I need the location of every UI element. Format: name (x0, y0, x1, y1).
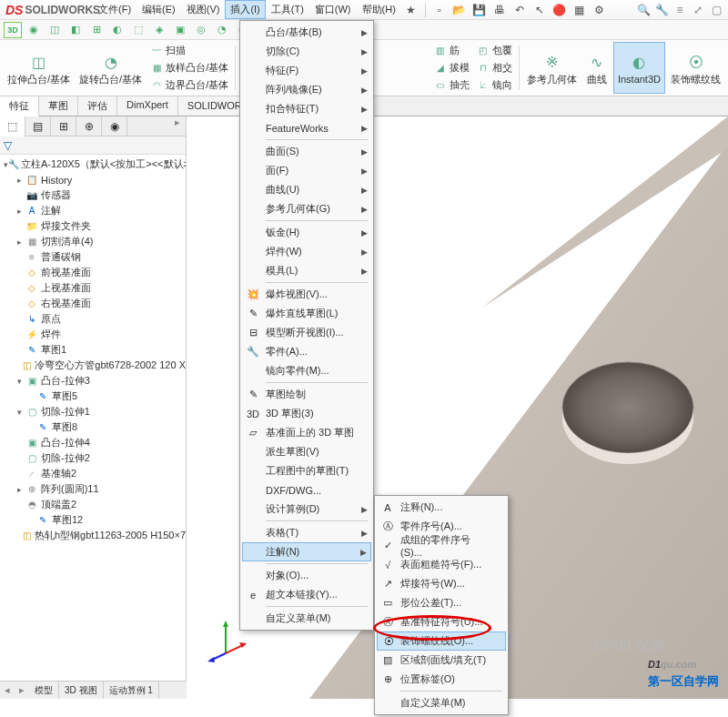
mirror-button[interactable]: ⟀镜向 (474, 77, 515, 93)
shell-button[interactable]: ▭抽壳 (431, 77, 472, 93)
menu-item[interactable]: ↗焊接符号(W)... (377, 574, 506, 593)
menu-help[interactable]: 帮助(H) (357, 0, 401, 19)
menu-item[interactable]: 设计算例(D)▶ (242, 500, 371, 519)
draft-button[interactable]: ◢拔模 (431, 60, 472, 76)
loft-button[interactable]: ▦放样凸台/基体 (147, 60, 231, 76)
open-icon[interactable]: 📂 (452, 3, 467, 17)
menu-item[interactable]: 切除(C)▶ (242, 42, 371, 61)
wrench-icon[interactable]: 🔧 (653, 2, 670, 18)
menu-item[interactable]: 面(F)▶ (242, 161, 371, 180)
tree-item[interactable]: ▸A注解 (0, 203, 186, 218)
tree-toggle-icon[interactable]: ▸ (15, 207, 25, 216)
tree-item[interactable]: ✎草图8 (0, 419, 186, 435)
print-icon[interactable]: 🖶 (492, 3, 507, 17)
menu-item[interactable]: 🔧零件(A)... (242, 342, 371, 361)
tree-item[interactable]: ↳原点 (0, 311, 186, 327)
menu-item[interactable]: ✎草图绘制 (242, 385, 371, 404)
menu-tools[interactable]: 工具(T) (266, 0, 309, 19)
menu-item[interactable]: 曲线(U)▶ (242, 180, 371, 199)
tree-toggle-icon[interactable]: ▾ (15, 377, 25, 386)
tree-item[interactable]: ✎草图1 (0, 342, 186, 358)
revolve-boss-button[interactable]: ◔旋转凸台/基体 (76, 42, 146, 94)
menu-item[interactable]: 对象(O)... (242, 566, 371, 585)
tree-item[interactable]: ✎草图12 (0, 512, 186, 528)
tree-item[interactable]: ▾▢切除-拉伸1 (0, 404, 186, 419)
btab-model[interactable]: 模型 (29, 682, 59, 699)
box-icon[interactable]: ▢ (708, 2, 724, 18)
btab-motion[interactable]: 运动算例 1 (104, 682, 159, 699)
tree-item[interactable]: ✎草图5 (0, 389, 186, 404)
rib-button[interactable]: ▥筋 (431, 43, 472, 58)
menu-item[interactable]: 表格(T)▶ (242, 523, 371, 542)
side-tab-prop[interactable]: ▤ (25, 116, 51, 136)
menu-item[interactable]: 曲面(S)▶ (242, 142, 371, 161)
search-icon[interactable]: 🔍 (635, 2, 652, 18)
menu-item[interactable]: 自定义菜单(M) (242, 609, 371, 628)
filter-icon[interactable]: ▽ (4, 139, 12, 152)
menu-item[interactable]: 阵列/镜像(E)▶ (242, 80, 371, 99)
expand-icon[interactable]: ⤢ (690, 2, 706, 18)
menu-item[interactable]: ▭形位公差(T)... (377, 593, 506, 612)
rebuild-icon[interactable]: 🔴 (552, 3, 567, 17)
btab-next-icon[interactable]: ▸ (15, 682, 29, 699)
menu-item[interactable]: e超文本链接(Y)... (242, 585, 371, 604)
menu-item[interactable]: 特征(F)▶ (242, 61, 371, 80)
menu-item[interactable]: A注释(N)... (377, 498, 506, 517)
menu-view[interactable]: 视图(V) (181, 0, 226, 19)
menu-item[interactable]: ⊟模型断开视图(I)... (242, 323, 371, 342)
tool-icon[interactable]: ◉ (25, 22, 43, 38)
menu-edit[interactable]: 编辑(E) (136, 0, 181, 19)
tree-item[interactable]: ▸⊕阵列(圆周)11 (0, 481, 186, 497)
side-collapse-icon[interactable]: ▸ (169, 116, 186, 136)
tree-item[interactable]: ⚡焊件 (0, 327, 186, 342)
tree-root[interactable]: ▾ 🔧 立柱A-120X5（默认<按加工><<默认> (0, 157, 186, 172)
menu-item[interactable]: 参考几何体(G)▶ (242, 199, 371, 218)
tool-icon[interactable]: ◫ (46, 22, 64, 38)
tree-item[interactable]: ◫热轧h型钢gbt11263-2005 H150×7 (0, 528, 186, 543)
menu-item[interactable]: FeatureWorks▶ (242, 118, 371, 137)
tree-item[interactable]: ⟋基准轴2 (0, 466, 186, 481)
ref-geom-button[interactable]: ※参考几何体 (523, 42, 581, 94)
menu-window[interactable]: 窗口(W) (309, 0, 357, 19)
settings-icon[interactable]: ⚙ (592, 3, 607, 17)
tree-item[interactable]: ◇右视基准面 (0, 296, 186, 311)
tree-item[interactable]: 📁焊接文件夹 (0, 218, 186, 234)
tool-icon[interactable]: ◧ (66, 22, 85, 38)
wrap-button[interactable]: ◰包覆 (474, 43, 515, 58)
tree-toggle-icon[interactable]: ▸ (15, 485, 25, 494)
menu-item[interactable]: 模具(L)▶ (242, 261, 371, 280)
tab-sketch[interactable]: 草图 (39, 96, 78, 116)
side-tab-display[interactable]: ◉ (102, 116, 127, 136)
tree-item[interactable]: ◇上视基准面 (0, 280, 186, 296)
menu-item[interactable]: 焊件(W)▶ (242, 242, 371, 261)
side-tab-tree[interactable]: ⬚ (0, 116, 25, 136)
menu-item[interactable]: 扣合特征(T)▶ (242, 99, 371, 118)
side-tab-config[interactable]: ⊞ (51, 116, 76, 136)
tool-icon[interactable]: ◔ (213, 22, 231, 38)
tree-item[interactable]: ▸▦切割清单(4) (0, 234, 186, 249)
menu-insert[interactable]: 插入(I) (225, 0, 265, 19)
tab-evaluate[interactable]: 评估 (78, 96, 117, 116)
menu-item[interactable]: 3D3D 草图(3) (242, 404, 371, 423)
tab-feature[interactable]: 特征 (0, 96, 39, 116)
tree-item[interactable]: ◓顶端盖2 (0, 497, 186, 512)
btab-3dview[interactable]: 3D 视图 (59, 682, 104, 699)
tool-icon[interactable]: ◐ (108, 22, 126, 38)
menu-item[interactable]: √表面粗糙符号(F)... (377, 555, 506, 574)
tool-icon[interactable]: ◎ (192, 22, 210, 38)
3d-tool-icon[interactable]: 3D (4, 22, 22, 38)
menu-item[interactable]: 凸台/基体(B)▶ (242, 23, 371, 42)
menu-item[interactable]: 自定义菜单(M) (377, 693, 506, 712)
tree-item[interactable]: ◫冷弯空心方管gbt6728-2002 120 X (0, 358, 186, 373)
intersect-button[interactable]: ⊓相交 (474, 60, 515, 76)
tool-icon[interactable]: ◈ (150, 22, 168, 38)
menu-item[interactable]: Ⓐ基准特征符号(U)... (377, 612, 506, 631)
boundary-button[interactable]: ◠边界凸台/基体 (147, 77, 231, 93)
menu-item[interactable]: 注解(N)▶ (242, 542, 371, 561)
instant3d-button[interactable]: ◐Instant3D (613, 42, 665, 94)
tool-icon[interactable]: ⬚ (129, 22, 147, 38)
menu-item[interactable]: 钣金(H)▶ (242, 223, 371, 242)
new-icon[interactable]: ▫ (432, 3, 447, 17)
tab-dimxpert[interactable]: DimXpert (117, 96, 178, 116)
tool-icon[interactable]: ⊞ (87, 22, 106, 38)
